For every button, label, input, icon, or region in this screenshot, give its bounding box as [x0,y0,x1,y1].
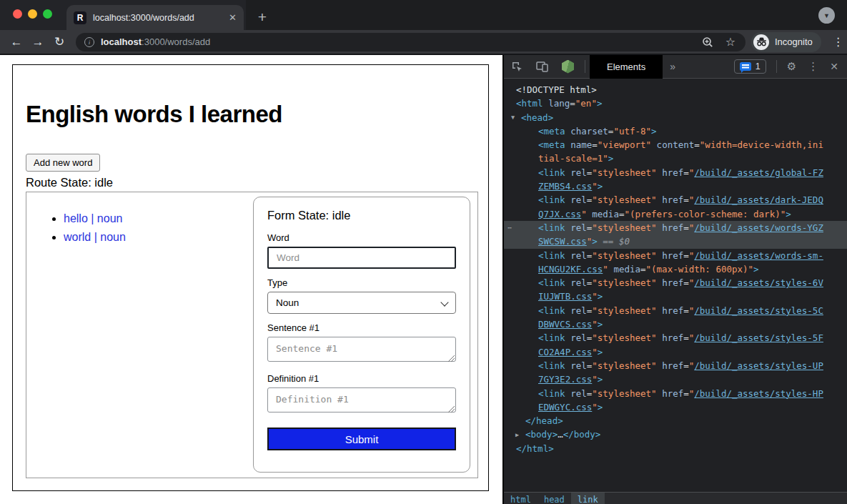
dom-tree-node[interactable]: </head> [504,414,847,428]
settings-gear-icon[interactable]: ⚙ [787,60,796,73]
content-area: English words I learned Add new word Rou… [0,54,847,504]
code-token: href [662,277,683,288]
dom-tree-node[interactable]: <link rel="stylesheet" href="/build/_ass… [504,304,847,317]
dom-tree-node[interactable]: HCNGU2KF.css" media="(max-width: 600px)"… [504,262,847,276]
dom-tree-node[interactable]: <html lang="en"> [504,97,847,110]
address-bar[interactable]: i localhost:3000/words/add ☆ [76,33,746,51]
dom-tree-node[interactable]: ⋯<link rel="stylesheet" href="/build/_as… [504,221,847,234]
devtools-panel: Elements » 1 ⚙ ⋮ ✕ <!DOCTYPE html><html … [502,55,847,504]
breadcrumb-item-link[interactable]: link [571,493,605,504]
dom-tree-node[interactable]: CO2A4P.css"> [504,345,847,359]
more-panels-icon[interactable]: » [670,61,675,72]
dom-tree-node[interactable]: ▼<head> [504,111,847,124]
list-item: world | noun [64,231,126,244]
breadcrumb-item-html[interactable]: html [504,493,538,504]
dom-tree-node[interactable]: <meta charset="utf-8"> [504,124,847,138]
code-token: href [662,194,683,205]
issues-counter[interactable]: 1 [734,59,766,74]
incognito-badge: Incognito [751,32,821,52]
code-token: > [753,264,759,275]
inspect-element-icon[interactable] [511,61,523,73]
code-token: <link [538,222,565,233]
add-new-word-button[interactable]: Add new word [26,154,100,172]
tab-close-icon[interactable]: ✕ [229,12,237,23]
dom-tree-node[interactable]: </html> [504,442,847,455]
new-tab-button[interactable]: + [252,6,273,28]
code-token: media [613,264,640,275]
code-token: charset [570,126,608,137]
code-token: = [683,167,689,178]
code-token: <link [538,250,565,261]
tab-title: localhost:3000/words/add [93,13,223,23]
breadcrumb-item-head[interactable]: head [538,493,571,504]
code-token: $0 [619,236,630,247]
forward-button[interactable]: → [27,35,49,49]
type-select[interactable]: Noun [267,292,456,314]
sentence-textarea[interactable] [267,337,456,362]
dom-tree-node[interactable]: <link rel="stylesheet" href="/build/_ass… [504,193,847,207]
definition-textarea[interactable] [267,387,456,412]
dom-tree-node[interactable]: ▶<body>…</body> [504,428,847,441]
browser-tab[interactable]: R localhost:3000/words/add ✕ [66,5,244,30]
dom-tree-node[interactable]: DBWVCS.css"> [504,317,847,331]
expand-arrow-icon[interactable]: ▼ [511,111,515,124]
code-token: "viewport" [598,139,651,150]
tab-elements[interactable]: Elements [590,55,663,79]
node-gutter-dots-icon[interactable]: ⋯ [507,221,512,234]
resize-handle[interactable] [448,355,455,362]
dom-tree-node[interactable]: <!DOCTYPE html> [504,83,847,97]
word-link[interactable]: world | noun [64,231,126,243]
maximize-window-button[interactable] [43,9,52,19]
tab-overview-button[interactable]: ▼ [818,7,835,24]
dom-tree-node[interactable]: <link rel="stylesheet" href="/build/_ass… [504,359,847,372]
dom-tree-node[interactable]: EDWGYC.css"> [504,400,847,414]
devtools-close-icon[interactable]: ✕ [830,61,838,72]
code-token: > [786,209,791,219]
word-link[interactable]: hello | noun [64,212,122,224]
resize-handle[interactable] [448,406,455,412]
browser-menu-icon[interactable]: ⋮ [830,35,847,49]
code-token: <!DOCTYPE html> [516,84,597,95]
code-token: = [592,139,598,150]
code-token: > [598,402,603,412]
close-window-button[interactable] [13,9,22,19]
dom-tree-node[interactable]: 7GY3E2.css"> [504,372,847,386]
divider [585,60,585,73]
back-button[interactable]: ← [6,35,27,49]
dom-tree-node[interactable]: IUJWTB.css"> [504,290,847,303]
dom-tree-node[interactable]: <link rel="stylesheet" href="/build/_ass… [504,387,847,400]
code-token: <link [538,332,565,343]
url-text: localhost:3000/words/add [101,36,702,47]
dom-tree-node[interactable]: tial-scale=1"> [504,152,847,165]
zoom-icon[interactable] [702,36,713,48]
word-input[interactable] [267,247,456,269]
site-info-icon[interactable]: i [84,37,94,47]
dom-tree-node[interactable]: ZEMBS4.css"> [504,179,847,193]
code-token: <link [538,277,565,288]
code-token: name [570,139,592,150]
code-token: "(max-width: 600px)" [646,264,754,275]
expand-arrow-icon[interactable]: ▶ [515,428,519,442]
code-token: rel [570,277,587,288]
dom-tree-node[interactable]: <link rel="stylesheet" href="/build/_ass… [504,249,847,262]
dom-tree-node[interactable]: <link rel="stylesheet" href="/build/_ass… [504,331,847,345]
bookmark-star-icon[interactable]: ☆ [725,35,735,49]
devtools-menu-icon[interactable]: ⋮ [808,60,818,73]
reload-button[interactable]: ↻ [49,34,70,49]
device-toolbar-icon[interactable] [536,61,548,72]
submit-button[interactable]: Submit [267,428,456,450]
code-token: " [581,209,587,219]
dom-tree-node[interactable]: Q7JX.css" media="(prefers-color-scheme: … [504,207,847,221]
nodejs-extension-icon[interactable] [562,60,574,74]
dom-tree-node[interactable]: <link rel="stylesheet" href="/build/_ass… [504,166,847,179]
code-token: … [558,429,563,440]
window-controls [13,9,52,19]
definition-label: Definition #1 [267,373,456,384]
dom-tree-node[interactable]: <meta name="viewport" content="width=dev… [504,138,847,152]
code-token: HCNGU2KF.css [538,264,603,275]
dom-tree-node[interactable]: SWCSW.css"> == $0 [504,234,847,248]
dom-tree-node[interactable]: <link rel="stylesheet" href="/build/_ass… [504,276,847,290]
minimize-window-button[interactable] [28,9,37,19]
code-token: > [598,374,603,385]
code-token: "stylesheet" [592,222,656,233]
